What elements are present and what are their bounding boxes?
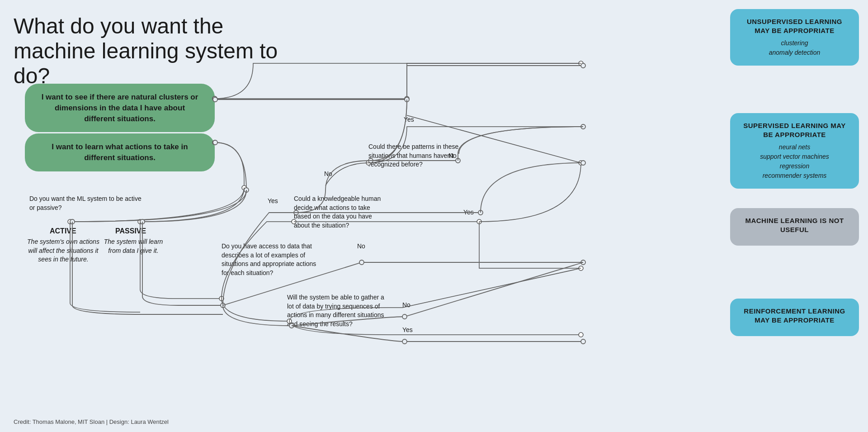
label-yes-data: Yes	[268, 197, 278, 206]
supervised-subtitle: neural netssupport vector machinesregres…	[739, 142, 850, 180]
svg-point-25	[70, 219, 75, 224]
question-data-access: Do you have access to data that describe…	[222, 242, 319, 277]
svg-point-20	[581, 124, 585, 129]
question-knowledgeable: Could a knowledgeable human decide what …	[294, 195, 389, 230]
label-no-patterns: No	[324, 170, 332, 179]
svg-point-26	[140, 219, 145, 224]
label-no-gather: No	[402, 301, 410, 310]
svg-point-14	[405, 96, 409, 101]
not-useful-title: MACHINE LEARNING IS NOT USEFUL	[739, 216, 850, 234]
svg-point-31	[581, 260, 585, 265]
svg-point-5	[138, 219, 142, 224]
svg-point-18	[405, 97, 409, 102]
svg-point-35	[402, 339, 407, 344]
svg-point-12	[579, 161, 583, 165]
svg-point-17	[581, 63, 585, 68]
active-description: The system's own actions will affect the…	[27, 237, 99, 264]
question-gather: Will the system be able to gather a lot …	[287, 293, 384, 328]
unsupervised-title: UNSUPERVISED LEARNING MAY BE APPROPRIATE	[739, 17, 850, 35]
svg-point-30	[581, 161, 585, 165]
passive-label: PASSIVE	[115, 226, 146, 236]
supervised-title: SUPERVISED LEARNING MAY BE APPROPRIATE	[739, 121, 850, 139]
svg-point-24	[244, 188, 249, 192]
svg-point-4	[68, 219, 72, 224]
svg-point-3	[242, 185, 246, 190]
supervised-result-box: SUPERVISED LEARNING MAY BE APPROPRIATE n…	[730, 113, 859, 189]
reinforcement-title: REINFORCEMENT LEARNING MAY BE APPROPRIAT…	[739, 307, 850, 324]
svg-point-32	[581, 339, 585, 344]
label-yes-unsupervised: Yes	[404, 115, 414, 124]
unsupervised-result-box: UNSUPERVISED LEARNING MAY BE APPROPRIATE…	[730, 9, 859, 66]
passive-description: The system will learn from data I give i…	[102, 237, 165, 255]
clusters-option: I want to see if there are natural clust…	[25, 84, 215, 132]
credit-text: Credit: Thomas Malone, MIT Sloan | Desig…	[14, 418, 169, 425]
label-yes-knowledgeable: Yes	[463, 208, 474, 217]
svg-point-33	[359, 260, 364, 265]
svg-point-10	[579, 332, 583, 337]
not-useful-result-box: MACHINE LEARNING IS NOT USEFUL	[730, 208, 859, 246]
main-title: What do you want the machine learning sy…	[14, 14, 285, 89]
svg-point-6	[219, 296, 224, 301]
svg-point-11	[477, 219, 481, 224]
svg-point-29	[478, 210, 483, 215]
actions-option: I want to learn what actions to take in …	[25, 133, 215, 171]
question-active-passive: Do you want the ML system to be active o…	[29, 195, 147, 212]
svg-point-1	[579, 61, 583, 66]
svg-point-9	[579, 266, 583, 271]
question-patterns: Could there be patterns in these situati…	[368, 142, 459, 169]
label-no-patterns-supervised: No	[448, 152, 457, 161]
label-yes-gather: Yes	[402, 326, 413, 335]
svg-point-27	[221, 303, 225, 308]
active-label: ACTIVE	[50, 226, 76, 236]
label-no-data: No	[357, 242, 365, 251]
unsupervised-subtitle: clusteringanomaly detection	[739, 38, 850, 57]
svg-point-34	[402, 314, 407, 319]
reinforcement-result-box: REINFORCEMENT LEARNING MAY BE APPROPRIAT…	[730, 299, 859, 336]
